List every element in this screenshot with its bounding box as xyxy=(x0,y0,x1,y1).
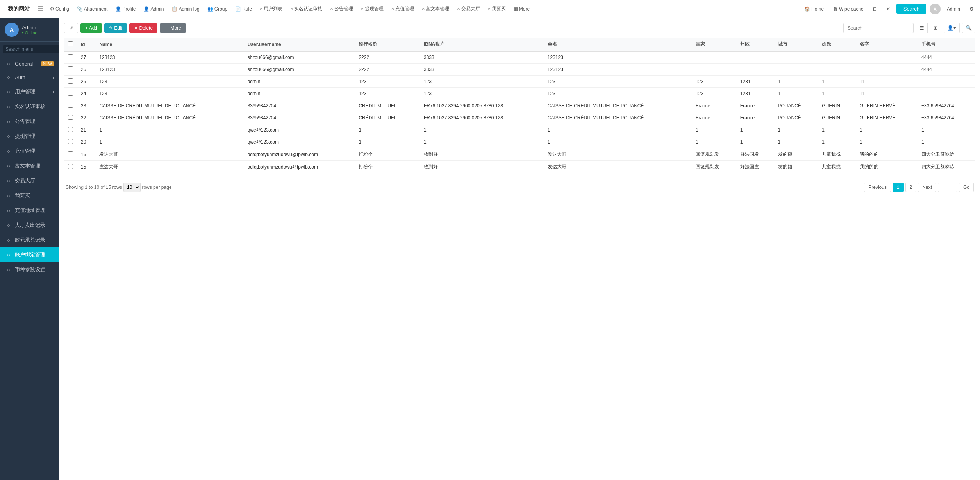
nav-recharge[interactable]: ○ 充值管理 xyxy=(387,4,418,14)
search-icon-button[interactable]: 🔍 xyxy=(962,23,975,33)
sidebar-item-withdraw[interactable]: ○ 提现管理 xyxy=(0,129,59,144)
view-grid-button[interactable]: ⊞ xyxy=(930,23,941,33)
sidebar-search-input[interactable] xyxy=(3,45,59,53)
nav-userlist[interactable]: ○ 用户列表 xyxy=(256,4,286,14)
nav-notice[interactable]: ○ 公告管理 xyxy=(326,4,357,14)
row-checkbox[interactable] xyxy=(68,127,73,132)
search-button[interactable]: Search xyxy=(896,4,926,14)
page-2-button[interactable]: 2 xyxy=(905,183,917,192)
cell-ibna: FR76 1027 8394 2900 0205 8780 128 xyxy=(420,112,544,124)
page-go-input[interactable] xyxy=(938,183,957,192)
delete-button[interactable]: ✕ Delete xyxy=(129,23,157,33)
add-button[interactable]: + Add xyxy=(80,23,102,33)
cell-bank: 2222 xyxy=(355,64,420,76)
nav-withdraw[interactable]: ○ 提现管理 xyxy=(357,4,387,14)
page-1-button[interactable]: 1 xyxy=(893,183,904,192)
sidebar-item-accountbind[interactable]: ○ 账户绑定管理 xyxy=(0,247,59,262)
edit-button[interactable]: ✎ Edit xyxy=(104,23,127,33)
table-scrollbar[interactable] xyxy=(64,173,975,177)
row-checkbox[interactable] xyxy=(68,139,73,144)
cell-id: 16 xyxy=(77,148,95,161)
row-checkbox[interactable] xyxy=(68,54,73,59)
sidebar-item-notice[interactable]: ○ 公告管理 xyxy=(0,114,59,129)
per-page-label: rows per page xyxy=(142,185,171,190)
row-checkbox[interactable] xyxy=(68,151,73,156)
cell-city xyxy=(774,64,818,76)
nav-admin[interactable]: 👤 Admin xyxy=(139,5,168,13)
col-city: 城市 xyxy=(774,38,818,51)
refresh-button[interactable]: ↺ xyxy=(64,23,78,33)
row-checkbox-cell xyxy=(64,100,77,112)
page-go-button[interactable]: Go xyxy=(959,183,974,192)
sidebar-item-trade[interactable]: ○ 交易大厅 xyxy=(0,173,59,188)
sidebar-avatar: A xyxy=(5,23,19,37)
nav-home[interactable]: 🏠 Home xyxy=(801,5,827,13)
cell-username: adfqtbotyuhmzudawu@tpwlb.com xyxy=(244,161,355,173)
nav-buy[interactable]: ○ 我要买 xyxy=(484,4,510,14)
nav-rule[interactable]: 📄 Rule xyxy=(231,5,256,13)
sidebar-item-realname[interactable]: ○ 实名认证审核 xyxy=(0,99,59,114)
cell-id: 23 xyxy=(77,100,95,112)
toolbar-right: ☰ ⊞ 👤▾ 🔍 xyxy=(843,23,975,33)
row-checkbox-cell xyxy=(64,51,77,64)
page-size-select[interactable]: 10 20 50 xyxy=(123,183,141,192)
nav-trade[interactable]: ○ 交易大厅 xyxy=(453,4,484,14)
nav-realname[interactable]: ○ 实名认证审核 xyxy=(286,4,326,14)
more-button[interactable]: ⋯ More xyxy=(160,23,186,33)
next-button[interactable]: Next xyxy=(918,183,936,192)
nav-attachment[interactable]: 📎 Attachment xyxy=(73,5,112,13)
cell-city: 1 xyxy=(774,76,818,88)
table-row: 26 123123 shitou666@gmail.com 2222 3333 … xyxy=(64,64,975,76)
row-checkbox[interactable] xyxy=(68,103,73,108)
column-filter-button[interactable]: 👤▾ xyxy=(944,23,960,33)
nav-wipecache[interactable]: 🗑 Wipe cache xyxy=(830,5,867,13)
cell-id: 15 xyxy=(77,161,95,173)
nav-close-icon[interactable]: ✕ xyxy=(883,5,893,13)
cell-name: 123123 xyxy=(95,64,243,76)
sidebar-item-buy[interactable]: ○ 我要买 xyxy=(0,188,59,203)
cell-fullname: 发达大哥 xyxy=(544,148,692,161)
sidebar-item-hallsell[interactable]: ○ 大厅卖出记录 xyxy=(0,218,59,233)
select-all-checkbox[interactable] xyxy=(68,41,73,46)
sidebar-item-richtext[interactable]: ○ 富文本管理 xyxy=(0,158,59,173)
table-search-input[interactable] xyxy=(843,23,914,33)
sidebar-item-coinparam[interactable]: ○ 币种参数设置 xyxy=(0,262,59,277)
row-checkbox[interactable] xyxy=(68,115,73,120)
cell-firstname: 11 xyxy=(856,76,918,88)
nav-group[interactable]: 👥 Group xyxy=(203,5,231,13)
cell-fullname: 1 xyxy=(544,136,692,148)
nav-more[interactable]: ▦ More xyxy=(510,5,534,13)
settings-icon[interactable]: ⚙ xyxy=(966,5,977,13)
cell-ibna: 123 xyxy=(420,76,544,88)
sidebar-item-usermgmt[interactable]: ○ 用户管理 ‹ xyxy=(0,84,59,99)
nav-grid-icon[interactable]: ⊞ xyxy=(870,5,880,13)
sidebar-item-eurrecord[interactable]: ○ 欧元承兑记录 xyxy=(0,233,59,247)
cell-bank: 123 xyxy=(355,88,420,100)
cell-phone: 4444 xyxy=(918,51,975,64)
sidebar-item-rechargeaddr[interactable]: ○ 充值地址管理 xyxy=(0,203,59,218)
sidebar-item-general[interactable]: ○ General NEW xyxy=(0,57,59,71)
cell-id: 24 xyxy=(77,88,95,100)
nav-profile[interactable]: 👤 Profile xyxy=(111,5,139,13)
nav-richtext[interactable]: ○ 富文本管理 xyxy=(418,4,453,14)
row-checkbox[interactable] xyxy=(68,91,73,96)
nav-adminlog[interactable]: 📋 Admin log xyxy=(168,5,203,13)
cell-city: 1 xyxy=(774,124,818,136)
row-checkbox[interactable] xyxy=(68,164,73,169)
header-checkbox-cell xyxy=(64,38,77,51)
cell-username: 33659842704 xyxy=(244,100,355,112)
auth-arrow: ‹ xyxy=(52,75,54,80)
prev-button[interactable]: Previous xyxy=(864,183,891,192)
nav-config[interactable]: ⚙ Config xyxy=(46,5,73,13)
cell-bank: 打粉个 xyxy=(355,148,420,161)
view-list-button[interactable]: ☰ xyxy=(916,23,928,33)
cell-ibna: 123 xyxy=(420,88,544,100)
row-checkbox[interactable] xyxy=(68,66,73,71)
sidebar-item-recharge[interactable]: ○ 充值管理 xyxy=(0,144,59,158)
hamburger-icon[interactable]: ☰ xyxy=(34,4,46,14)
row-checkbox-cell xyxy=(64,64,77,76)
row-checkbox[interactable] xyxy=(68,78,73,84)
cell-firstname: 1 xyxy=(856,136,918,148)
sidebar-user-info: Admin Online xyxy=(22,25,55,35)
sidebar-item-auth[interactable]: ○ Auth ‹ xyxy=(0,71,59,84)
